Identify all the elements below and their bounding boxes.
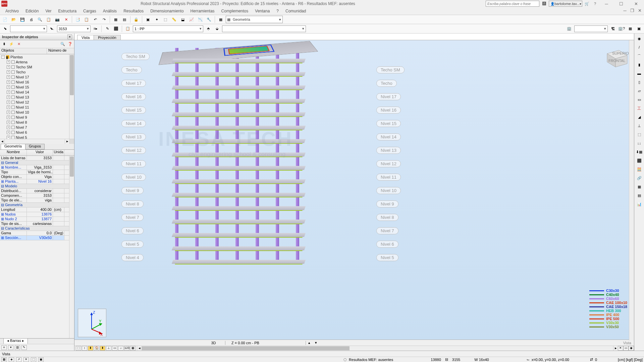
expand-icon[interactable]: +: [7, 65, 10, 69]
undo-icon[interactable]: ↶: [92, 16, 99, 23]
table2-icon[interactable]: ▤: [121, 16, 128, 23]
paste-icon[interactable]: 📋: [83, 16, 90, 23]
snap-d-icon[interactable]: ▦: [627, 25, 634, 33]
property-row[interactable]: TipoViga de hormi...: [0, 170, 74, 175]
vtb-4-icon[interactable]: 🏠: [94, 346, 99, 351]
level-label[interactable]: Techo: [376, 80, 397, 87]
r-wall-icon[interactable]: ▯: [636, 78, 643, 86]
layout-selector[interactable]: ▦ Geometría ▾: [226, 16, 283, 23]
vtb-6-icon[interactable]: ⊥: [106, 346, 111, 351]
view1-icon[interactable]: ⬓: [179, 16, 186, 23]
insp-help-icon[interactable]: ❓: [67, 42, 73, 47]
barras-b3-icon[interactable]: ▥: [15, 345, 20, 350]
expand-icon[interactable]: +: [7, 121, 10, 124]
property-row[interactable]: ⊟ Geometría: [0, 203, 74, 207]
level-label[interactable]: Nivel 4: [121, 254, 144, 261]
expand-icon[interactable]: +: [7, 106, 10, 109]
expand-icon[interactable]: +: [7, 111, 10, 114]
r-mesh-icon[interactable]: ▦: [636, 183, 643, 190]
tree-hscroll[interactable]: ◂ ▸: [0, 139, 74, 144]
property-row[interactable]: Objeto con...Viga: [0, 175, 74, 179]
menu-análisis[interactable]: Análisis: [100, 8, 120, 14]
cart-icon[interactable]: 🛒: [584, 1, 590, 7]
expand-icon[interactable]: +: [7, 60, 10, 64]
tree-item[interactable]: +Techo SM: [0, 64, 74, 69]
property-row[interactable]: ⊞ Sección...V30x50: [0, 236, 74, 240]
r-slab-icon[interactable]: ▭: [636, 96, 643, 103]
property-row[interactable]: ⊞ Nudos13876: [0, 212, 74, 217]
expand-icon[interactable]: +: [7, 90, 10, 94]
vtb-9-icon[interactable]: 123: [124, 346, 129, 351]
r-comb-icon[interactable]: ⬛: [636, 157, 643, 164]
level-label[interactable]: Nivel 7: [121, 214, 144, 221]
vtb-7-icon[interactable]: ▭: [112, 346, 117, 351]
property-row[interactable]: Gama0.0(Deg): [0, 231, 74, 236]
tree-item[interactable]: +Nivel 10: [0, 110, 74, 115]
r-sup-icon[interactable]: ⊥: [636, 122, 643, 129]
hscroll-thumb[interactable]: [142, 346, 350, 350]
menu-resultados[interactable]: Resultados: [120, 8, 147, 14]
tab-proyeccion[interactable]: Proyección: [94, 35, 120, 40]
redo-icon[interactable]: ↷: [100, 16, 108, 23]
menu-ver[interactable]: Ver: [42, 8, 55, 14]
tree-item[interactable]: +Nivel 5: [0, 135, 74, 139]
property-row[interactable]: ⊟ Modelo: [0, 184, 74, 189]
r-load-icon[interactable]: ↓↓: [636, 139, 643, 147]
insp-search-icon[interactable]: 🔍: [60, 42, 65, 47]
r-load2-icon[interactable]: ⬇▦: [636, 148, 643, 156]
tree-item[interactable]: +Nivel 6: [0, 130, 74, 135]
level-label[interactable]: Techo: [121, 66, 142, 73]
level-label[interactable]: Nivel 16: [376, 107, 401, 114]
insp-filter-icon[interactable]: ⚡: [9, 42, 14, 47]
copy-icon[interactable]: 📑: [74, 16, 82, 23]
r-story-icon[interactable]: ▤: [636, 192, 643, 199]
barras-b1-icon[interactable]: ≡: [1, 345, 7, 350]
snap-combo[interactable]: [574, 25, 608, 32]
menu-herramientas[interactable]: Herramientas: [187, 8, 218, 14]
open-icon[interactable]: 📂: [10, 16, 17, 23]
menu-estructura[interactable]: Estructura: [55, 8, 80, 14]
level-label[interactable]: Nivel 6: [376, 241, 398, 248]
tree-item[interactable]: +Nivel 14: [0, 89, 74, 95]
r-nodes-icon[interactable]: ◉: [636, 35, 643, 42]
menu-complementos[interactable]: Complementos: [218, 8, 252, 14]
wrench-icon[interactable]: 🔧: [205, 16, 213, 23]
menu-comunidad[interactable]: Comunidad: [282, 8, 309, 14]
cursor-icon[interactable]: ⬊: [1, 25, 9, 33]
expand-icon[interactable]: +: [7, 80, 10, 84]
level-label[interactable]: Nivel 5: [121, 241, 144, 248]
tree-item[interactable]: +Techo: [0, 69, 74, 74]
property-row[interactable]: Tipo de sis...cartesianas: [0, 222, 74, 226]
snap-a-icon[interactable]: 🏢: [566, 25, 573, 33]
level-label[interactable]: Nivel 11: [121, 160, 146, 167]
hscroll-right-icon[interactable]: ▸: [613, 346, 618, 351]
expand-icon[interactable]: +: [7, 96, 10, 99]
tab-vista[interactable]: Vista: [77, 35, 94, 40]
minimize-button[interactable]: ─: [600, 0, 613, 7]
tree-item[interactable]: +Nivel 13: [0, 95, 74, 100]
collapse-icon[interactable]: −: [1, 55, 5, 59]
level-label[interactable]: Nivel 9: [376, 200, 398, 207]
save-icon[interactable]: 💾: [19, 16, 26, 23]
hscroll-left-icon[interactable]: ◂: [137, 346, 142, 351]
building-model[interactable]: [175, 42, 390, 260]
r-beam-icon[interactable]: ▬: [636, 70, 643, 77]
level-label[interactable]: Nivel 8: [121, 200, 144, 207]
new-icon[interactable]: 📄: [1, 16, 9, 23]
stepper-dropdown-icon[interactable]: ▾: [313, 341, 319, 345]
property-row[interactable]: ⊞ Nudo 213877: [0, 217, 74, 222]
level-label[interactable]: Nivel 8: [376, 214, 398, 221]
r-calc-icon[interactable]: 🧮: [636, 166, 643, 173]
sections-icon[interactable]: ▣: [144, 16, 152, 23]
vtb-3-icon[interactable]: ⬍: [88, 346, 93, 351]
tree-item[interactable]: +Nivel 9: [0, 115, 74, 120]
viewport-3d[interactable]: // dynamically slabs created later by re…: [74, 40, 634, 346]
expand-icon[interactable]: +: [7, 116, 10, 119]
axes-icon[interactable]: ✦: [153, 16, 160, 23]
vtb-e3-icon[interactable]: ◉: [629, 346, 634, 351]
r-arc-icon[interactable]: ⌒: [636, 52, 643, 60]
level-label[interactable]: Nivel 12: [376, 160, 401, 167]
level-label[interactable]: Nivel 15: [376, 120, 401, 127]
level-label[interactable]: Nivel 6: [121, 227, 144, 234]
chart-icon[interactable]: 📈: [188, 16, 195, 23]
